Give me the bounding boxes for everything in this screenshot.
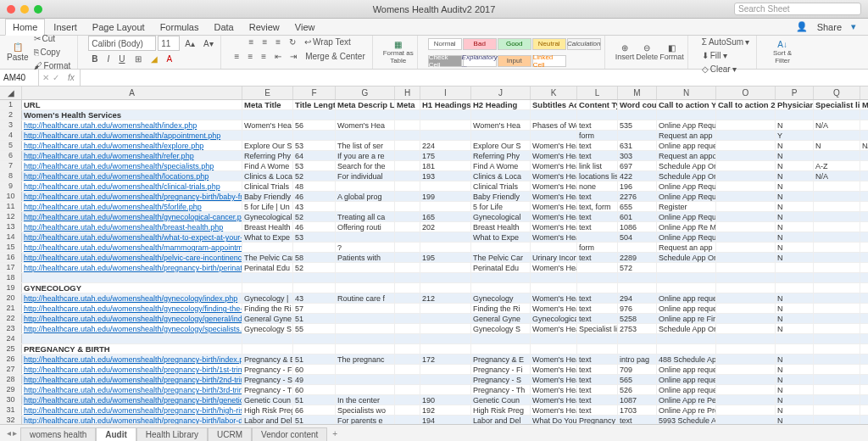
cell[interactable]: [716, 110, 776, 120]
cell[interactable]: Request an app: [657, 243, 716, 252]
cell[interactable]: [336, 232, 395, 242]
cell[interactable]: [776, 263, 814, 272]
cell[interactable]: text: [577, 222, 618, 232]
cell[interactable]: http://healthcare.utah.edu/womenshealth/…: [22, 365, 242, 374]
cell[interactable]: [395, 120, 420, 130]
cell[interactable]: Request an appointment: [657, 151, 716, 160]
cell[interactable]: 43: [293, 202, 336, 211]
cell[interactable]: [814, 151, 860, 160]
cell[interactable]: [242, 131, 293, 140]
cell[interactable]: locations list: [577, 171, 618, 181]
cell[interactable]: The list of ser: [336, 141, 395, 150]
cell[interactable]: [531, 110, 577, 120]
row-header[interactable]: 3: [0, 120, 22, 130]
indent-dec[interactable]: ⇤: [271, 50, 285, 63]
cell[interactable]: Gynecology: [471, 293, 531, 303]
cell[interactable]: 194: [420, 416, 471, 424]
cell[interactable]: GYNECOLOGY: [22, 283, 242, 293]
cell[interactable]: [242, 273, 293, 282]
cell[interactable]: Y: [776, 131, 814, 140]
cell[interactable]: [776, 110, 814, 120]
cell[interactable]: 976: [618, 304, 657, 313]
col-N[interactable]: N: [657, 87, 716, 99]
cell[interactable]: Gynecological: [242, 212, 293, 221]
tab-page-layout[interactable]: Page Layout: [86, 20, 152, 35]
cell[interactable]: 165: [420, 212, 471, 221]
cell[interactable]: [716, 385, 776, 394]
cell[interactable]: 53: [293, 161, 336, 170]
cell[interactable]: [293, 283, 336, 293]
cell[interactable]: [776, 334, 814, 343]
cell[interactable]: [420, 110, 471, 120]
cell[interactable]: [814, 202, 860, 211]
style-calc[interactable]: Calculation: [567, 38, 601, 50]
cell[interactable]: 5258: [618, 314, 657, 323]
cell[interactable]: Women's Hea One medical v: [531, 202, 577, 211]
cell[interactable]: [716, 192, 776, 201]
cell[interactable]: [577, 110, 618, 120]
cell[interactable]: N: [776, 324, 814, 333]
cell[interactable]: 697: [618, 161, 657, 170]
cell[interactable]: Pregnancy - S: [471, 375, 531, 384]
cell[interactable]: http://healthcare.utah.edu/womenshealth/…: [22, 385, 242, 394]
cell[interactable]: [814, 304, 860, 313]
row-header[interactable]: 24: [0, 334, 22, 343]
header-cell[interactable]: Physician refa Y/N: [776, 100, 814, 109]
cell[interactable]: Women's Hea Should You Fi: [531, 375, 577, 384]
cell[interactable]: N: [776, 141, 814, 150]
cell[interactable]: 601: [618, 212, 657, 221]
font-decrease[interactable]: A▾: [200, 36, 217, 51]
cell[interactable]: [293, 243, 336, 252]
cell[interactable]: N: [814, 141, 860, 150]
cell[interactable]: Online App Request: [657, 192, 716, 201]
cell[interactable]: 193: [420, 171, 471, 181]
cell[interactable]: [395, 171, 420, 181]
cell[interactable]: Women's Health Services: [531, 171, 577, 181]
cell[interactable]: [716, 212, 776, 221]
cell[interactable]: [531, 131, 577, 140]
copy-button[interactable]: ⎘Copy: [31, 46, 75, 59]
cell[interactable]: Routine care f: [336, 293, 395, 303]
cell[interactable]: Explore Our S: [471, 141, 531, 150]
row-header[interactable]: 26: [0, 354, 22, 364]
cell[interactable]: N: [776, 314, 814, 323]
cell[interactable]: [776, 273, 814, 282]
row-header[interactable]: 21: [0, 304, 22, 313]
cell[interactable]: [395, 375, 420, 384]
header-cell[interactable]: Specialist listi: [814, 100, 860, 109]
cell[interactable]: [420, 304, 471, 313]
col-H[interactable]: H: [395, 87, 420, 99]
cell[interactable]: [860, 405, 868, 415]
cell[interactable]: [336, 375, 395, 384]
cell[interactable]: [395, 365, 420, 374]
align-top[interactable]: ≡: [246, 36, 258, 48]
cell[interactable]: N: [776, 253, 814, 262]
col-R[interactable]: R: [860, 87, 868, 99]
sheet-nav-last[interactable]: ▸: [13, 428, 17, 438]
row-header[interactable]: 20: [0, 293, 22, 303]
cell[interactable]: [618, 334, 657, 343]
cell[interactable]: 655: [618, 202, 657, 211]
cell[interactable]: [242, 283, 293, 293]
cell[interactable]: Schedule App Online: [657, 324, 716, 333]
cell[interactable]: [657, 110, 716, 120]
cell[interactable]: [860, 324, 868, 333]
cell[interactable]: [336, 131, 395, 140]
cell[interactable]: Breast Health: [471, 222, 531, 232]
cell[interactable]: text: [577, 314, 618, 323]
cell[interactable]: N: [776, 243, 814, 252]
cell[interactable]: [860, 212, 868, 221]
cell[interactable]: 212: [420, 293, 471, 303]
cell[interactable]: 303: [618, 151, 657, 160]
cell[interactable]: The pregnanc: [336, 354, 395, 364]
cell[interactable]: [814, 263, 860, 272]
cell[interactable]: [395, 405, 420, 415]
row-header[interactable]: 1: [0, 100, 22, 109]
cell[interactable]: [293, 131, 336, 140]
cell[interactable]: [860, 314, 868, 323]
cell[interactable]: Women's Hea When to Seek: [531, 395, 577, 405]
cell[interactable]: http://healthcare.utah.edu/womenshealth/…: [22, 243, 242, 252]
border-button[interactable]: ⊞: [131, 53, 145, 65]
tab-ucrm[interactable]: UCRM: [208, 427, 252, 441]
cell[interactable]: Offering routi: [336, 222, 395, 232]
